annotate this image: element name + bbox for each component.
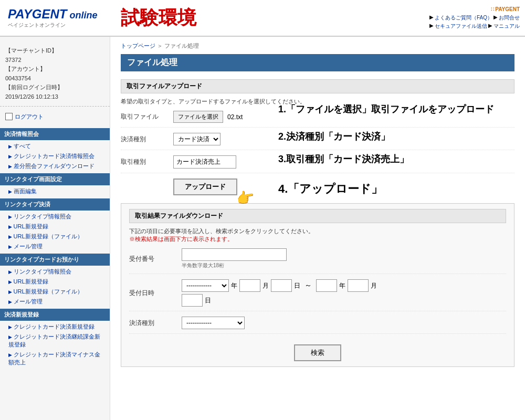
logo: PAYGENT online ペイジェントオンライン [8,7,97,29]
search-button[interactable]: 検索 [294,344,341,361]
date-nen-label: 年 [231,281,237,290]
uketsuke-bango-control: 半角数字最大18桁 [182,248,506,269]
uketsuke-bango-note: 半角数字最大18桁 [182,262,287,269]
nav-sep: ▶ [429,14,434,22]
content: トップページ ＞ ファイル処理 ファイル処理 取引ファイルアップロード 希望の取… [110,37,525,420]
uketsuke-bango-row: 受付番号 半角数字最大18桁 [129,248,506,274]
uketsuke-bango-input[interactable] [182,248,287,261]
sidebar-item-credit[interactable]: クレジットカード決済情報照会 [0,151,110,161]
upload-btn-row: アップロード 👉 4.「アップロード」 [121,178,514,195]
sidebar-item-all[interactable]: すべて [0,141,110,151]
file-name: 02.txt [227,113,243,121]
account-label: 【アカウント】 [5,65,104,74]
date-from-month-input[interactable] [239,279,260,292]
date-to-year-input[interactable] [316,279,337,292]
upload-button[interactable]: アップロード [173,178,237,195]
breadcrumb-current: ファイル処理 [164,43,199,49]
sidebar-section-linktype-screen: リンクタイプ画面設定 [0,173,110,185]
merchant-id: 37372 [5,56,104,65]
sidebar-section-linktype-card: リンクタイプカードお預かり [0,254,110,266]
sidebar-section-new-reg: 決済新規登録 [0,309,110,321]
logout-checkbox[interactable] [5,113,13,120]
header-nav: ▶ よくあるご質問（FAQ） ▶ お問合せ ▶ セキュアファイル送信 ▶ マニュ… [425,14,520,30]
breadcrumb: トップページ ＞ ファイル処理 [121,42,514,50]
cursor-icon: 👉 [235,187,256,208]
sidebar-item-card-url-file[interactable]: URL新規登録（ファイル） [0,287,110,297]
download-section: 取引結果ファイルダウンロード 下記の項目に必要事項を記入し、検索ボタンをクリック… [121,203,514,367]
uketsuke-bango-label: 受付番号 [129,255,182,264]
dl-kessai-select[interactable]: ------------ [182,317,245,329]
header: PAYGENT online ペイジェントオンライン 試験環境 ∷ PAYGEN… [0,0,525,37]
sidebar-item-sabunshoukai[interactable]: 差分照会ファイルダウンロード [0,161,110,171]
last-login-label: 【前回ログイン日時】 [5,83,104,92]
dl-kessai-label: 決済種別 [129,319,182,328]
dl-kessai-control: ------------ [182,317,506,329]
date-tilde: ～ [302,281,314,290]
sidebar-item-credit-new[interactable]: クレジットカード決済新規登録 [0,322,110,332]
date-from-day-input[interactable] [271,279,292,292]
upload-section-title: 取引ファイルアップロード [121,79,514,93]
nav-sep2: ▶ [494,14,498,22]
torihiki-shubetsu-label: 取引種別 [121,158,173,166]
search-btn-area: 検索 [129,339,506,361]
download-section-title: 取引結果ファイルダウンロード [129,209,506,223]
breadcrumb-separator: ＞ [157,43,164,49]
torihiki-shubetsu-value: カード決済売上 [173,155,236,169]
kessai-shubetsu-label: 決済種別 [121,135,173,144]
header-right: ∷ PAYGENT ▶ よくあるご質問（FAQ） ▶ お問合せ ▶ セキュアファ… [420,4,525,33]
header-center: 試験環境 [110,5,420,31]
sidebar-item-mail-mgmt[interactable]: メール管理 [0,242,110,251]
annotation-step2: 2.決済種別「カード決済」 [278,130,390,143]
sidebar-section-linktype-kessai: リンクタイプ決済 [0,198,110,211]
breadcrumb-home[interactable]: トップページ [121,43,155,49]
sidebar-item-link-info[interactable]: リンクタイプ情報照会 [0,212,110,222]
date-to-month-input[interactable] [348,279,369,292]
shiken-title: 試験環境 [121,5,420,31]
download-desc2: ※検索結果は画面下方に表示されます。 [129,235,506,243]
sidebar-item-url-new[interactable]: URL新規登録 [0,222,110,232]
annotation-step4: 4.「アップロード」 [278,181,383,197]
sidebar-item-credit-cont[interactable]: クレジットカード決済継続課金新規登録 [0,332,110,350]
date-hi2-label: 日 [205,296,211,305]
annotation-step3: 3.取引種別「カード決済売上」 [278,153,409,165]
download-desc1: 下記の項目に必要事項を記入し、検索ボタンをクリックしてください。 [129,227,506,235]
sidebar-item-screen-edit[interactable]: 画面編集 [0,186,110,196]
torihiki-shubetsu-row: 取引種別 カード決済売上 3.取引種別「カード決済売上」 [121,155,514,173]
main: 【マーチャントID】 37372 【アカウント】 00433754 【前回ログイ… [0,37,525,420]
torihiki-file-row: 取引ファイル ファイルを選択 02.txt 1.「ファイルを選択」取引ファイルを… [121,111,514,128]
logo-area: PAYGENT online ペイジェントオンライン [0,2,110,34]
sidebar-item-card-link-info[interactable]: リンクタイプ情報照会 [0,267,110,277]
sidebar: 【マーチャントID】 37372 【アカウント】 00433754 【前回ログイ… [0,37,110,420]
torihiki-file-label: 取引ファイル [121,112,173,121]
dl-kessai-shubetsu-row: 決済種別 ------------ [129,317,506,334]
date-row-hi2: 日 [182,294,377,307]
logout-link[interactable]: ログアウト [15,113,44,121]
nav-secure[interactable]: セキュアファイル送信 [435,23,487,30]
sidebar-item-card-mail[interactable]: メール管理 [0,297,110,307]
sidebar-item-credit-minus[interactable]: クレジットカード決済マイナス金額売上 [0,350,110,368]
paygent-logo-small: ∷ PAYGENT [491,6,520,12]
date-from-dropdown[interactable]: ------------ [182,279,229,292]
annotation-step1: 1.「ファイルを選択」取引ファイルをアップロード [278,103,494,116]
kessai-shubetsu-select[interactable]: カード決済 [173,133,220,145]
file-select-button[interactable]: ファイルを選択 [173,111,223,123]
sidebar-item-card-url-new[interactable]: URL新規登録 [0,277,110,287]
uketsuke-nichi-control: ------------ 年 月 日 ～ 年 月 [182,279,506,307]
sidebar-item-url-new-file[interactable]: URL新規登録（ファイル） [0,232,110,242]
nav-manual[interactable]: マニュアル [494,23,520,30]
date-to-tsuki: 月 [371,281,377,290]
last-login: 2019/12/26 10:12:13 [5,92,104,102]
nav-contact[interactable]: お問合せ [499,14,520,22]
merchant-label: 【マーチャントID】 [5,46,104,56]
upload-section: 取引ファイルアップロード 希望の取引タイプと、アップロードするファイルを選択して… [121,79,514,195]
logo-sub: ペイジェントオンライン [8,22,97,29]
page-title: ファイル処理 [121,54,514,71]
account-id: 00433754 [5,74,104,83]
user-info: 【マーチャントID】 37372 【アカウント】 00433754 【前回ログイ… [0,42,110,107]
date-to-day-input[interactable] [182,294,203,307]
date-row-from: ------------ 年 月 日 ～ 年 月 [182,279,377,292]
nav-faq[interactable]: よくあるご質問（FAQ） [435,14,492,22]
date-hi-label: 日 [294,281,300,290]
nav-sep4: ▶ [488,23,492,30]
nav-sep3: ▶ [429,23,434,30]
